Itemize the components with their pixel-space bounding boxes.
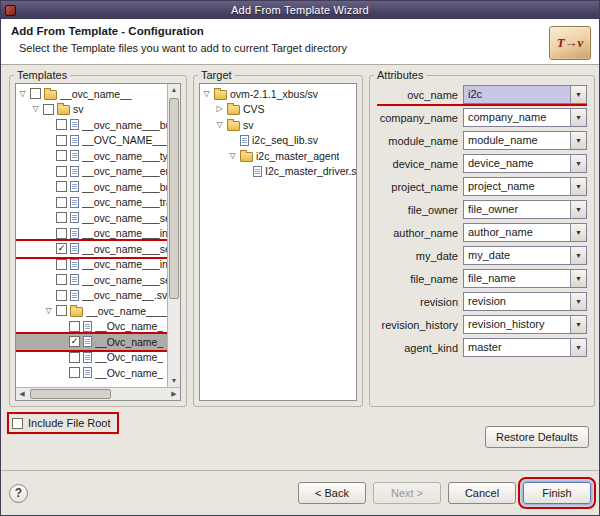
checkbox[interactable] <box>56 228 67 239</box>
finish-button[interactable]: Finish <box>523 482 591 504</box>
combo-dropdown-button[interactable]: ▼ <box>570 178 586 195</box>
tree-item[interactable]: __ovc_name___tran <box>16 195 167 211</box>
tree-item[interactable]: ▽sv <box>200 117 356 133</box>
tree-item[interactable]: __ovc_name___env_ <box>16 164 167 180</box>
tree-item[interactable]: ▽__ovc_name____ag <box>16 303 167 319</box>
combo-dropdown-button[interactable]: ▼ <box>570 132 586 149</box>
combo-dropdown-button[interactable]: ▼ <box>570 201 586 218</box>
attribute-combo-file_name[interactable]: file_name▼ <box>463 269 587 288</box>
expander-expanded-icon[interactable]: ▽ <box>202 90 211 98</box>
checkbox[interactable] <box>12 418 23 429</box>
combo-value[interactable]: file_owner <box>464 201 570 218</box>
tree-item[interactable]: ▽sv <box>16 102 167 118</box>
tree-item[interactable]: i2c_seq_lib.sv <box>200 133 356 149</box>
combo-dropdown-button[interactable]: ▼ <box>570 247 586 264</box>
tree-item[interactable]: __ovc_name___inter <box>16 257 167 273</box>
combo-value[interactable]: i2c <box>464 86 570 103</box>
checkbox[interactable] <box>56 290 67 301</box>
attribute-combo-agent_kind[interactable]: master▼ <box>463 338 587 357</box>
expander-expanded-icon[interactable]: ▽ <box>18 90 27 98</box>
tree-item[interactable]: __ovc_name___bus_ <box>16 117 167 133</box>
checkbox[interactable] <box>56 119 67 130</box>
combo-value[interactable]: my_date <box>464 247 570 264</box>
expander-expanded-icon[interactable]: ▽ <box>44 307 53 315</box>
tree-item[interactable]: ▽__ovc_name__ <box>16 86 167 102</box>
scroll-down-button[interactable]: ▼ <box>168 375 180 387</box>
tree-item[interactable]: __Ovc_name_ <box>16 319 167 335</box>
checkbox[interactable] <box>56 259 67 270</box>
expander-expanded-icon[interactable]: ▽ <box>31 105 40 113</box>
tree-item[interactable]: __ovc_name___inter <box>16 226 167 242</box>
checkbox[interactable] <box>56 212 67 223</box>
scroll-left-button[interactable]: ◀ <box>16 388 28 400</box>
combo-dropdown-button[interactable]: ▼ <box>570 224 586 241</box>
attribute-combo-company_name[interactable]: company_name▼ <box>463 108 587 127</box>
scroll-up-button[interactable]: ▲ <box>168 84 180 96</box>
checkbox[interactable] <box>56 197 67 208</box>
checkbox[interactable] <box>43 104 54 115</box>
combo-value[interactable]: device_name <box>464 155 570 172</box>
attribute-combo-revision[interactable]: revision▼ <box>463 292 587 311</box>
checkbox[interactable] <box>56 135 67 146</box>
tree-item[interactable]: ✓__ovc_name___seq_ <box>16 241 167 257</box>
attribute-combo-project_name[interactable]: project_name▼ <box>463 177 587 196</box>
expander-expanded-icon[interactable]: ▽ <box>228 152 237 160</box>
title-bar[interactable]: Add From Template Wizard <box>1 1 599 19</box>
vertical-scroll-thumb[interactable] <box>169 98 179 299</box>
combo-value[interactable]: revision_history <box>464 316 570 333</box>
attribute-combo-ovc_name[interactable]: i2c▼ <box>463 85 587 104</box>
combo-dropdown-button[interactable]: ▼ <box>570 270 586 287</box>
checkbox[interactable] <box>30 88 41 99</box>
tree-item[interactable]: I2c_master_driver.sv <box>200 164 356 180</box>
checkbox[interactable] <box>56 181 67 192</box>
combo-value[interactable]: module_name <box>464 132 570 149</box>
checkbox[interactable] <box>56 150 67 161</box>
checkbox[interactable] <box>56 274 67 285</box>
expander-expanded-icon[interactable]: ▽ <box>215 121 224 129</box>
restore-defaults-button[interactable]: Restore Defaults <box>485 426 589 448</box>
combo-dropdown-button[interactable]: ▼ <box>570 155 586 172</box>
combo-value[interactable]: author_name <box>464 224 570 241</box>
checkbox[interactable]: ✓ <box>56 243 67 254</box>
horizontal-scroll-track[interactable] <box>28 388 168 400</box>
expander-collapsed-icon[interactable]: ▷ <box>215 105 224 113</box>
tree-item[interactable]: __ovc_name___sequ <box>16 210 167 226</box>
combo-dropdown-button[interactable]: ▼ <box>570 86 586 103</box>
combo-value[interactable]: master <box>464 339 570 356</box>
tree-item[interactable]: __ovc_name___bus_ <box>16 179 167 195</box>
tree-item[interactable]: ▽ovm-2.1.1_xbus/sv <box>200 86 356 102</box>
checkbox[interactable] <box>56 166 67 177</box>
tree-item[interactable]: __ovc_name___type <box>16 148 167 164</box>
checkbox[interactable] <box>69 367 80 378</box>
tree-item[interactable]: __ovc_name___sequ <box>16 272 167 288</box>
combo-dropdown-button[interactable]: ▼ <box>570 339 586 356</box>
attribute-combo-device_name[interactable]: device_name▼ <box>463 154 587 173</box>
back-button[interactable]: < Back <box>298 482 366 504</box>
combo-value[interactable]: file_name <box>464 270 570 287</box>
help-button[interactable]: ? <box>9 484 28 503</box>
horizontal-scroll-thumb[interactable] <box>30 389 111 399</box>
combo-dropdown-button[interactable]: ▼ <box>570 293 586 310</box>
vertical-scroll-track[interactable] <box>168 96 180 375</box>
tree-item[interactable]: ▷CVS <box>200 102 356 118</box>
attribute-combo-my_date[interactable]: my_date▼ <box>463 246 587 265</box>
checkbox[interactable] <box>56 305 67 316</box>
combo-value[interactable]: revision <box>464 293 570 310</box>
scroll-right-button[interactable]: ▶ <box>168 388 180 400</box>
include-file-root-checkbox[interactable]: Include File Root <box>9 414 117 432</box>
tree-item[interactable]: ✓__Ovc_name_ <box>16 334 167 350</box>
checkbox[interactable]: ✓ <box>69 336 80 347</box>
tree-item[interactable]: ▽i2c_master_agent <box>200 148 356 164</box>
attribute-combo-file_owner[interactable]: file_owner▼ <box>463 200 587 219</box>
attribute-combo-author_name[interactable]: author_name▼ <box>463 223 587 242</box>
tree-item[interactable]: __ovc_name__.svh <box>16 288 167 304</box>
combo-value[interactable]: company_name <box>464 109 570 126</box>
tree-item[interactable]: __Ovc_name_ <box>16 350 167 366</box>
attribute-combo-revision_history[interactable]: revision_history▼ <box>463 315 587 334</box>
templates-horizontal-scrollbar[interactable]: ◀ ▶ <box>16 387 180 400</box>
cancel-button[interactable]: Cancel <box>448 482 516 504</box>
templates-vertical-scrollbar[interactable]: ▲ ▼ <box>167 84 180 387</box>
combo-value[interactable]: project_name <box>464 178 570 195</box>
checkbox[interactable] <box>69 352 80 363</box>
tree-item[interactable]: __Ovc_name_ <box>16 365 167 381</box>
